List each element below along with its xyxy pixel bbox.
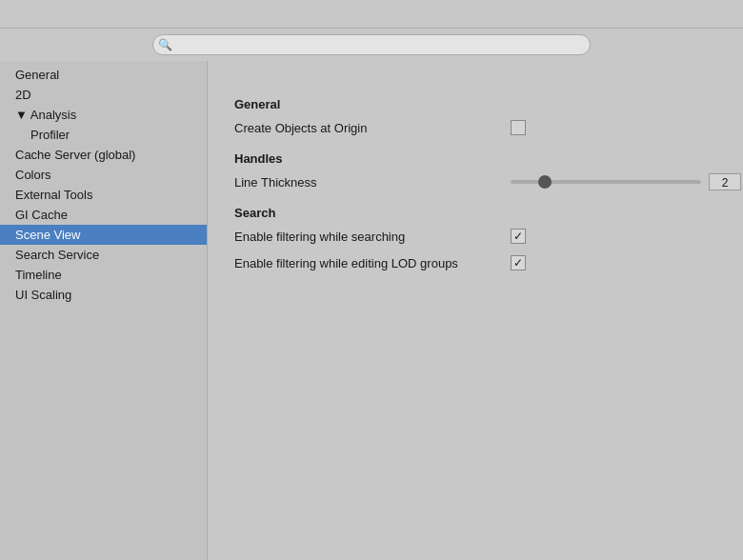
close-button[interactable] <box>718 6 735 23</box>
checkbox-enable-filtering-searching[interactable] <box>511 229 526 244</box>
sidebar-item-cache-server[interactable]: Cache Server (global) <box>0 145 207 165</box>
slider-wrap-line-thickness: 2 <box>511 173 741 190</box>
section-header-general-section: General <box>234 97 716 111</box>
more-button[interactable] <box>676 6 693 23</box>
main-layout: General2D▼ AnalysisProfilerCache Server … <box>0 61 743 560</box>
search-input-wrap: 🔍 <box>152 34 591 55</box>
minimize-button[interactable] <box>697 6 714 23</box>
search-input[interactable] <box>152 34 591 55</box>
sidebar-item-general[interactable]: General <box>0 65 207 85</box>
sidebar-item-ui-scaling[interactable]: UI Scaling <box>0 285 207 305</box>
sidebar-item-profiler[interactable]: Profiler <box>0 125 207 145</box>
slider-value-line-thickness[interactable]: 2 <box>709 173 741 190</box>
title-bar-controls <box>676 6 735 23</box>
title-bar <box>0 0 743 29</box>
setting-row-enable-filtering-searching: Enable filtering while searching <box>234 226 716 247</box>
setting-row-create-objects-origin: Create Objects at Origin <box>234 117 716 138</box>
sidebar-item-timeline[interactable]: Timeline <box>0 265 207 285</box>
search-icon: 🔍 <box>158 38 172 51</box>
sidebar-item-external-tools[interactable]: External Tools <box>0 185 207 205</box>
slider-track-line-thickness[interactable] <box>511 180 701 184</box>
setting-label-enable-filtering-lod: Enable filtering while editing LOD group… <box>234 256 511 270</box>
content-area: GeneralCreate Objects at OriginHandlesLi… <box>208 61 743 560</box>
section-header-search-section: Search <box>234 206 716 220</box>
checkbox-create-objects-origin[interactable] <box>511 120 526 135</box>
setting-row-enable-filtering-lod: Enable filtering while editing LOD group… <box>234 252 716 273</box>
search-bar: 🔍 <box>0 29 743 61</box>
setting-label-enable-filtering-searching: Enable filtering while searching <box>234 230 511 244</box>
sidebar-item-gi-cache[interactable]: GI Cache <box>0 205 207 225</box>
sidebar-item-analysis[interactable]: ▼ Analysis <box>0 105 207 125</box>
sidebar-item-scene-view[interactable]: Scene View <box>0 225 207 245</box>
sidebar-item-search-service[interactable]: Search Service <box>0 245 207 265</box>
sidebar: General2D▼ AnalysisProfilerCache Server … <box>0 61 208 560</box>
section-header-handles-section: Handles <box>234 151 716 166</box>
setting-label-line-thickness: Line Thickness <box>234 175 511 190</box>
setting-row-line-thickness: Line Thickness2 <box>234 171 716 192</box>
checkbox-enable-filtering-lod[interactable] <box>511 255 526 270</box>
slider-thumb-line-thickness[interactable] <box>538 175 552 189</box>
sidebar-item-2d[interactable]: 2D <box>0 85 207 105</box>
sidebar-item-colors[interactable]: Colors <box>0 165 207 185</box>
setting-label-create-objects-origin: Create Objects at Origin <box>234 121 511 135</box>
